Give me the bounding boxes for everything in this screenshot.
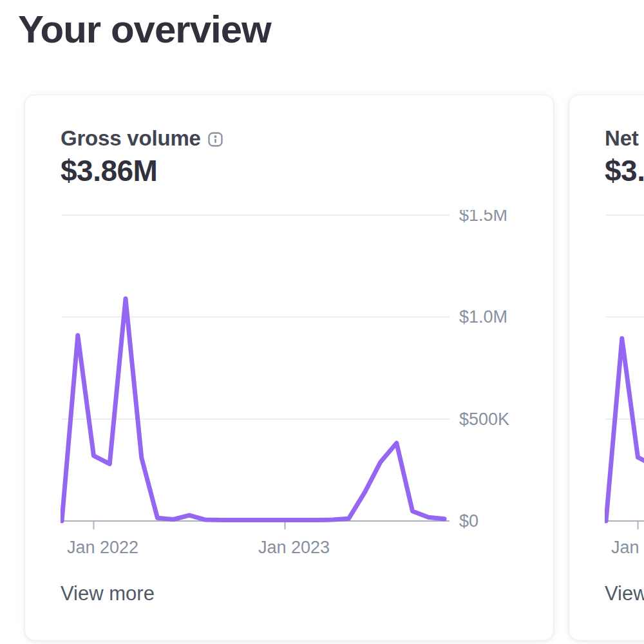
x-axis-label: Jan 2022 [67, 538, 138, 557]
line-chart-svg: $1.5M$1.0M$500K$0Jan 2022Jan 2023 [605, 210, 644, 561]
metric-value: $3.7M [605, 153, 644, 188]
y-axis-label: $500K [459, 410, 509, 429]
gross-volume-chart: $1.5M$1.0M$500K$0Jan 2022Jan 2023 [61, 210, 540, 561]
gross-volume-card: Gross volume $3.86M $1.5M$1.0M$500K$0Jan… [24, 95, 554, 641]
y-axis-label: $0 [459, 511, 478, 531]
overview-cards-row: Gross volume $3.86M $1.5M$1.0M$500K$0Jan… [24, 95, 644, 641]
x-axis-label: Jan 2022 [611, 538, 644, 557]
net-volume-chart: $1.5M$1.0M$500K$0Jan 2022Jan 2023 [605, 210, 644, 561]
info-icon[interactable] [208, 132, 223, 147]
card-header: Net volume [605, 126, 644, 151]
metric-value: $3.86M [61, 153, 157, 188]
y-axis-label: $1.0M [459, 307, 507, 327]
card-header: Gross volume [61, 126, 223, 151]
data-line [606, 303, 644, 522]
x-axis-label: Jan 2023 [258, 538, 330, 557]
card-title: Net volume [605, 126, 644, 151]
y-axis-label: $1.5M [459, 210, 507, 225]
page-title: Your overview [18, 9, 271, 50]
net-volume-card: Net volume $3.7M $1.5M$1.0M$500K$0Jan 20… [569, 95, 644, 641]
line-chart-svg: $1.5M$1.0M$500K$0Jan 2022Jan 2023 [61, 210, 540, 561]
view-more-link[interactable]: View more [61, 582, 155, 605]
data-line [62, 299, 444, 521]
card-title: Gross volume [61, 126, 201, 151]
view-more-link[interactable]: View more [605, 582, 644, 605]
